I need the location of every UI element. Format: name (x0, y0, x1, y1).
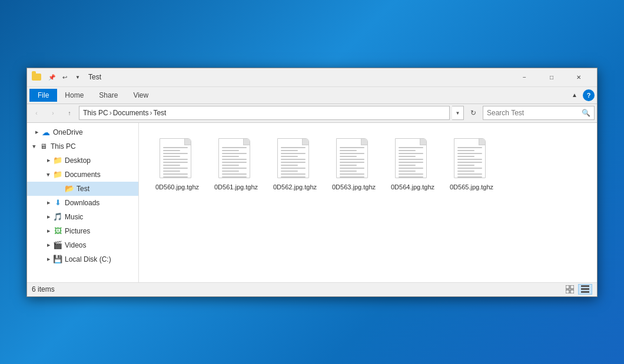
file-name-3: 0D563.jpg.tghz (332, 183, 376, 191)
downloads-expand-icon: ▶ (44, 198, 53, 208)
svg-rect-5 (581, 288, 589, 290)
search-icon[interactable]: 🔍 (582, 109, 590, 117)
sidebar-label-local-disk: Local Disk (C:) (65, 255, 111, 263)
file-name-2: 0D562.jpg.tghz (273, 183, 317, 191)
test-folder-icon: 📂 (65, 184, 74, 193)
sidebar-item-onedrive[interactable]: ▶ ☁ OneDrive (27, 125, 138, 139)
ribbon-collapse-icon[interactable]: ▲ (569, 89, 580, 101)
qa-undo-icon[interactable]: ↩ (59, 71, 71, 83)
status-bar: 6 items (27, 282, 597, 296)
computer-icon: 🖥 (39, 142, 48, 151)
music-folder-icon: 🎵 (53, 212, 62, 222)
path-this-pc: This PC (83, 109, 108, 117)
file-explorer-window: 📌 ↩ ▼ Test − □ ✕ File Home Share View ▲ … (26, 68, 598, 297)
sidebar-label-pictures: Pictures (65, 227, 90, 235)
desktop-expand-icon: ▶ (44, 156, 53, 165)
item-count: 6 items (32, 285, 55, 293)
quick-access-toolbar: 📌 ↩ ▼ (32, 71, 84, 83)
window-controls: − □ ✕ (511, 68, 592, 86)
sidebar-item-local-disk[interactable]: ▶ 💾 Local Disk (C:) (27, 252, 138, 266)
sidebar-item-videos[interactable]: ▶ 🎬 Videos (27, 238, 138, 252)
sidebar-label-downloads: Downloads (65, 199, 99, 207)
sidebar-item-this-pc[interactable]: ▶ 🖥 This PC (27, 139, 138, 153)
localdisk-icon: 💾 (53, 255, 62, 264)
tab-home[interactable]: Home (57, 88, 91, 102)
file-area: 0D560.jpg.tghz (139, 123, 597, 282)
sidebar-item-music[interactable]: ▶ 🎵 Music (27, 210, 138, 224)
maximize-button[interactable]: □ (538, 68, 565, 86)
sidebar-item-downloads[interactable]: ▶ ⬇ Downloads (27, 196, 138, 210)
back-button[interactable]: ‹ (29, 106, 44, 120)
file-icon-4 (395, 138, 430, 181)
file-icon-1 (218, 138, 254, 181)
path-documents: Documents (113, 109, 149, 117)
path-test: Test (153, 109, 166, 117)
sidebar-item-documents[interactable]: ▶ 📁 Documents (27, 168, 138, 182)
sidebar-wrapper: ▶ ☁ OneDrive ▶ 🖥 This PC ▶ 📁 Desktop (27, 123, 139, 282)
documents-folder-icon: 📁 (53, 170, 62, 179)
file-item[interactable]: 0D565.jpg.tghz (445, 135, 498, 195)
grid-view-icon (566, 285, 574, 293)
tab-view[interactable]: View (125, 88, 156, 102)
onedrive-expand-icon: ▶ (32, 128, 41, 137)
list-view-icon (581, 285, 589, 293)
sidebar-label-videos: Videos (65, 241, 86, 249)
file-name-1: 0D561.jpg.tghz (214, 183, 258, 191)
sidebar-label-test: Test (77, 185, 89, 193)
file-icon-5 (454, 138, 489, 181)
sidebar-label-desktop: Desktop (65, 156, 91, 165)
search-input[interactable] (487, 109, 582, 117)
address-dropdown-button[interactable]: ▼ (452, 106, 464, 120)
file-item[interactable]: 0D560.jpg.tghz (151, 135, 204, 195)
qa-down-icon[interactable]: ▼ (72, 71, 84, 83)
view-grid-button[interactable] (563, 284, 577, 295)
onedrive-icon: ☁ (41, 128, 51, 137)
sidebar-label-this-pc: This PC (51, 142, 76, 151)
file-item[interactable]: 0D561.jpg.tghz (210, 135, 263, 195)
close-button[interactable]: ✕ (565, 68, 592, 86)
file-name-5: 0D565.jpg.tghz (450, 183, 493, 191)
pictures-folder-icon: 🖼 (53, 226, 62, 236)
sidebar-label-onedrive: OneDrive (53, 128, 83, 136)
address-path[interactable]: This PC › Documents › Test (79, 106, 450, 120)
videos-expand-icon: ▶ (44, 241, 53, 250)
qa-pin-icon[interactable]: 📌 (46, 71, 58, 83)
sidebar-label-music: Music (65, 213, 83, 221)
sidebar-item-desktop[interactable]: ▶ 📁 Desktop (27, 153, 138, 168)
sidebar-item-test[interactable]: ▶ 📂 Test (27, 182, 138, 196)
search-box[interactable]: 🔍 (483, 106, 595, 120)
view-toggles (563, 284, 592, 295)
ribbon: File Home Share View ▲ ? (27, 87, 597, 104)
localdisk-expand-icon: ▶ (44, 255, 53, 264)
svg-rect-3 (570, 290, 574, 293)
svg-rect-1 (570, 285, 574, 289)
help-button[interactable]: ? (583, 89, 595, 101)
window-icon (32, 72, 41, 82)
file-icon-3 (336, 138, 371, 181)
file-item[interactable]: 0D564.jpg.tghz (386, 135, 439, 195)
up-button[interactable]: ↑ (62, 106, 77, 120)
tab-share[interactable]: Share (91, 88, 125, 102)
address-bar: ‹ › ↑ This PC › Documents › Test ▼ ↻ 🔍 (27, 104, 597, 123)
svg-rect-0 (566, 285, 569, 289)
tab-file[interactable]: File (29, 89, 57, 102)
music-expand-icon: ▶ (44, 212, 53, 222)
view-list-button[interactable] (578, 284, 592, 295)
title-text: Test (88, 73, 511, 81)
ribbon-expand: ▲ ? (569, 89, 595, 101)
file-item[interactable]: 0D563.jpg.tghz (327, 135, 380, 195)
file-name-0: 0D560.jpg.tghz (155, 183, 199, 191)
forward-button[interactable]: › (46, 106, 60, 120)
file-item[interactable]: 0D562.jpg.tghz (268, 135, 321, 195)
downloads-folder-icon: ⬇ (53, 198, 62, 208)
minimize-button[interactable]: − (511, 68, 538, 86)
refresh-button[interactable]: ↻ (466, 106, 480, 120)
sidebar-item-pictures[interactable]: ▶ 🖼 Pictures (27, 224, 138, 238)
sidebar: ▶ ☁ OneDrive ▶ 🖥 This PC ▶ 📁 Desktop (27, 123, 139, 282)
videos-folder-icon: 🎬 (53, 241, 62, 250)
file-name-4: 0D564.jpg.tghz (391, 183, 434, 191)
desktop-folder-icon: 📁 (53, 156, 62, 165)
title-bar: 📌 ↩ ▼ Test − □ ✕ (27, 68, 597, 87)
file-grid: 0D560.jpg.tghz (145, 129, 591, 201)
pictures-expand-icon: ▶ (44, 226, 53, 236)
